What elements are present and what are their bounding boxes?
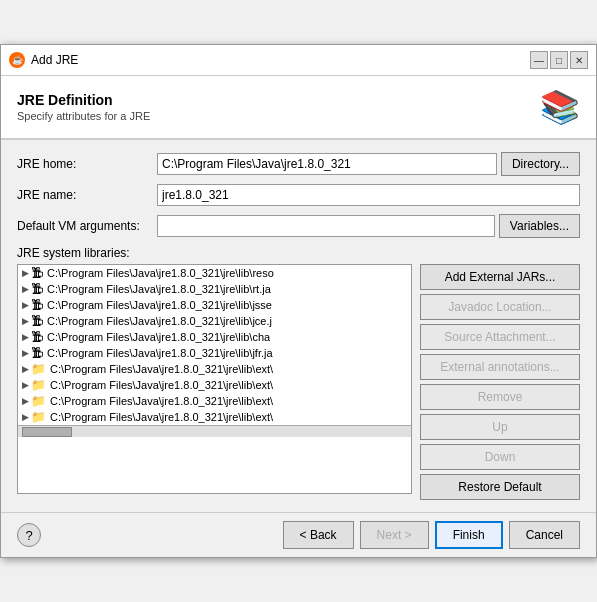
jre-name-label: JRE name:	[17, 188, 157, 202]
folder-icon: 📁	[31, 410, 46, 424]
libraries-label: JRE system libraries:	[17, 246, 580, 260]
jre-home-input[interactable]	[157, 153, 497, 175]
minimize-button[interactable]: —	[530, 51, 548, 69]
folder-icon: 📁	[31, 394, 46, 408]
header-text: JRE Definition Specify attributes for a …	[17, 92, 150, 122]
list-item[interactable]: ▶ 🗜 C:\Program Files\Java\jre1.8.0_321\j…	[18, 265, 411, 281]
vm-args-row: Default VM arguments: Variables...	[17, 214, 580, 238]
chevron-icon: ▶	[22, 284, 29, 294]
list-item[interactable]: ▶ 🗜 C:\Program Files\Java\jre1.8.0_321\j…	[18, 329, 411, 345]
lib-path: C:\Program Files\Java\jre1.8.0_321\jre\l…	[50, 379, 273, 391]
chevron-icon: ▶	[22, 300, 29, 310]
chevron-icon: ▶	[22, 396, 29, 406]
close-button[interactable]: ✕	[570, 51, 588, 69]
lib-path: C:\Program Files\Java\jre1.8.0_321\jre\l…	[47, 283, 271, 295]
lib-path: C:\Program Files\Java\jre1.8.0_321\jre\l…	[47, 267, 274, 279]
list-item[interactable]: ▶ 📁 C:\Program Files\Java\jre1.8.0_321\j…	[18, 393, 411, 409]
chevron-icon: ▶	[22, 332, 29, 342]
lib-path: C:\Program Files\Java\jre1.8.0_321\jre\l…	[47, 331, 270, 343]
chevron-icon: ▶	[22, 380, 29, 390]
variables-button[interactable]: Variables...	[499, 214, 580, 238]
header-title: JRE Definition	[17, 92, 150, 108]
chevron-icon: ▶	[22, 316, 29, 326]
list-item[interactable]: ▶ 🗜 C:\Program Files\Java\jre1.8.0_321\j…	[18, 345, 411, 361]
header-subtitle: Specify attributes for a JRE	[17, 110, 150, 122]
chevron-icon: ▶	[22, 364, 29, 374]
libraries-container: ▶ 🗜 C:\Program Files\Java\jre1.8.0_321\j…	[17, 264, 580, 500]
finish-button[interactable]: Finish	[435, 521, 503, 549]
form-section: JRE home: Directory... JRE name: Default…	[1, 140, 596, 512]
list-item[interactable]: ▶ 📁 C:\Program Files\Java\jre1.8.0_321\j…	[18, 377, 411, 393]
chevron-icon: ▶	[22, 268, 29, 278]
vm-args-label: Default VM arguments:	[17, 219, 157, 233]
jar-icon: 🗜	[31, 266, 43, 280]
lib-path: C:\Program Files\Java\jre1.8.0_321\jre\l…	[50, 395, 273, 407]
jre-home-label: JRE home:	[17, 157, 157, 171]
directory-button[interactable]: Directory...	[501, 152, 580, 176]
window-title: Add JRE	[31, 53, 78, 67]
footer-left: ?	[17, 523, 41, 547]
vm-args-input[interactable]	[157, 215, 495, 237]
lib-path: C:\Program Files\Java\jre1.8.0_321\jre\l…	[47, 299, 272, 311]
title-bar: ☕ Add JRE — □ ✕	[1, 45, 596, 76]
libraries-buttons: Add External JARs... Javadoc Location...…	[420, 264, 580, 500]
list-item[interactable]: ▶ 🗜 C:\Program Files\Java\jre1.8.0_321\j…	[18, 297, 411, 313]
back-button[interactable]: < Back	[283, 521, 354, 549]
javadoc-location-button[interactable]: Javadoc Location...	[420, 294, 580, 320]
jar-icon: 🗜	[31, 298, 43, 312]
lib-path: C:\Program Files\Java\jre1.8.0_321\jre\l…	[50, 363, 273, 375]
header-icon: 📚	[540, 88, 580, 126]
down-button[interactable]: Down	[420, 444, 580, 470]
lib-path: C:\Program Files\Java\jre1.8.0_321\jre\l…	[47, 315, 272, 327]
maximize-button[interactable]: □	[550, 51, 568, 69]
chevron-icon: ▶	[22, 412, 29, 422]
footer: ? < Back Next > Finish Cancel	[1, 512, 596, 557]
lib-path: C:\Program Files\Java\jre1.8.0_321\jre\l…	[50, 411, 273, 423]
horizontal-scrollbar[interactable]	[18, 425, 411, 437]
help-button[interactable]: ?	[17, 523, 41, 547]
main-window: ☕ Add JRE — □ ✕ JRE Definition Specify a…	[0, 44, 597, 558]
jre-home-row: JRE home: Directory...	[17, 152, 580, 176]
external-annotations-button[interactable]: External annotations...	[420, 354, 580, 380]
up-button[interactable]: Up	[420, 414, 580, 440]
restore-default-button[interactable]: Restore Default	[420, 474, 580, 500]
window-icon: ☕	[9, 52, 25, 68]
cancel-button[interactable]: Cancel	[509, 521, 580, 549]
folder-icon: 📁	[31, 362, 46, 376]
jar-icon: 🗜	[31, 314, 43, 328]
folder-icon: 📁	[31, 378, 46, 392]
jre-name-input[interactable]	[157, 184, 580, 206]
next-button[interactable]: Next >	[360, 521, 429, 549]
jar-icon: 🗜	[31, 330, 43, 344]
list-item[interactable]: ▶ 📁 C:\Program Files\Java\jre1.8.0_321\j…	[18, 361, 411, 377]
jar-icon: 🗜	[31, 346, 43, 360]
list-item[interactable]: ▶ 🗜 C:\Program Files\Java\jre1.8.0_321\j…	[18, 281, 411, 297]
jar-icon: 🗜	[31, 282, 43, 296]
list-item[interactable]: ▶ 🗜 C:\Program Files\Java\jre1.8.0_321\j…	[18, 313, 411, 329]
source-attachment-button[interactable]: Source Attachment...	[420, 324, 580, 350]
header-section: JRE Definition Specify attributes for a …	[1, 76, 596, 140]
chevron-icon: ▶	[22, 348, 29, 358]
libraries-list[interactable]: ▶ 🗜 C:\Program Files\Java\jre1.8.0_321\j…	[17, 264, 412, 494]
footer-right: < Back Next > Finish Cancel	[283, 521, 580, 549]
lib-path: C:\Program Files\Java\jre1.8.0_321\jre\l…	[47, 347, 273, 359]
jre-name-row: JRE name:	[17, 184, 580, 206]
list-item[interactable]: ▶ 📁 C:\Program Files\Java\jre1.8.0_321\j…	[18, 409, 411, 425]
remove-button[interactable]: Remove	[420, 384, 580, 410]
title-bar-left: ☕ Add JRE	[9, 52, 78, 68]
add-external-jars-button[interactable]: Add External JARs...	[420, 264, 580, 290]
title-bar-controls: — □ ✕	[530, 51, 588, 69]
